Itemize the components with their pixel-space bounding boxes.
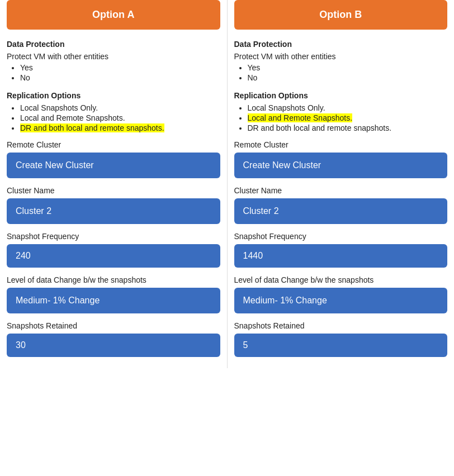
replication-options-title-b: Replication Options [234,91,448,100]
replication-bullets-a: Local Snapshots Only. Local and Remote S… [7,103,220,132]
list-item: Local and Remote Snapshots. [248,113,448,122]
list-item: Local and Remote Snapshots. [20,113,220,122]
snapshots-retained-label-a: Snapshots Retained [7,321,220,330]
snapshots-retained-field-a[interactable]: 30 [7,334,220,357]
remote-cluster-label-a: Remote Cluster [7,140,220,149]
snapshot-frequency-label-a: Snapshot Frequency [7,232,220,241]
cluster-name-field-a[interactable]: Cluster 2 [7,198,220,224]
cluster-name-label-a: Cluster Name [7,186,220,195]
data-change-field-a[interactable]: Medium- 1% Change [7,288,220,313]
data-protection-title-b: Data Protection [234,40,448,49]
cluster-name-label-b: Cluster Name [234,186,448,195]
remote-cluster-field-b[interactable]: Create New Cluster [234,153,448,178]
column-b: Option B Data Protection Protect VM with… [228,0,455,368]
list-item: Yes [248,63,448,72]
snapshot-frequency-label-b: Snapshot Frequency [234,232,448,241]
data-change-label-a: Level of data Change b/w the snapshots [7,275,220,284]
remote-cluster-label-b: Remote Cluster [234,140,448,149]
data-protection-title-a: Data Protection [7,40,220,49]
remote-cluster-field-a[interactable]: Create New Cluster [7,153,220,178]
snapshot-frequency-field-a[interactable]: 240 [7,244,220,268]
list-item: No [20,73,220,82]
page-container: Option A Data Protection Protect VM with… [0,0,454,368]
list-item: Local Snapshots Only. [248,103,448,112]
list-item: DR and both local and remote snapshots. [248,123,448,132]
data-protection-bullets-b: Yes No [234,63,448,82]
list-item: Local Snapshots Only. [20,103,220,112]
snapshot-frequency-field-b[interactable]: 1440 [234,244,448,268]
option-a-header: Option A [7,0,220,30]
option-b-header: Option B [234,0,448,30]
data-protection-bullets-a: Yes No [7,63,220,82]
list-item: DR and both local and remote snapshots. [20,123,220,132]
data-change-field-b[interactable]: Medium- 1% Change [234,288,448,313]
snapshots-retained-field-b[interactable]: 5 [234,334,448,357]
snapshots-retained-label-b: Snapshots Retained [234,321,448,330]
column-a: Option A Data Protection Protect VM with… [0,0,227,368]
data-protection-subtitle-b: Protect VM with other entities [234,52,448,61]
list-item: Yes [20,63,220,72]
highlight-text-b: Local and Remote Snapshots. [248,113,353,122]
replication-options-title-a: Replication Options [7,91,220,100]
data-protection-subtitle-a: Protect VM with other entities [7,52,220,61]
cluster-name-field-b[interactable]: Cluster 2 [234,198,448,224]
data-change-label-b: Level of data Change b/w the snapshots [234,275,448,284]
list-item: No [248,73,448,82]
replication-bullets-b: Local Snapshots Only. Local and Remote S… [234,103,448,132]
highlight-text-a: DR and both local and remote snapshots. [20,123,164,132]
